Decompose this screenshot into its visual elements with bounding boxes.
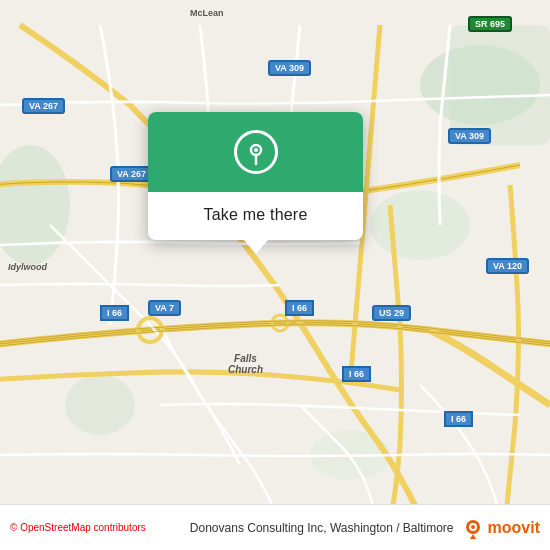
place-label-mclean: McLean bbox=[190, 8, 224, 18]
shield-i66-center: I 66 bbox=[285, 300, 314, 316]
moovit-pin-icon bbox=[462, 517, 484, 539]
svg-point-3 bbox=[370, 190, 470, 260]
shield-va7: VA 7 bbox=[148, 300, 181, 316]
place-label-falls-church: FallsChurch bbox=[228, 353, 263, 375]
copyright-symbol: © bbox=[10, 522, 17, 533]
take-me-there-button[interactable]: Take me there bbox=[204, 202, 308, 228]
company-name: Donovans Consulting Inc, Washington / Ba… bbox=[190, 521, 454, 535]
moovit-text: moovit bbox=[488, 519, 540, 537]
moovit-logo: moovit bbox=[462, 517, 540, 539]
shield-va267-left: VA 267 bbox=[22, 98, 65, 114]
shield-us29: US 29 bbox=[372, 305, 411, 321]
osm-text: OpenStreetMap contributors bbox=[20, 522, 146, 533]
popup-button-area: Take me there bbox=[148, 192, 363, 240]
location-pin-icon bbox=[234, 130, 278, 174]
shield-sr695: SR 695 bbox=[468, 16, 512, 32]
shield-va309-right: VA 309 bbox=[448, 128, 491, 144]
shield-i66-right-center: I 66 bbox=[342, 366, 371, 382]
shield-va309-top: VA 309 bbox=[268, 60, 311, 76]
map-container: McLean SR 695 VA 309 VA 267 VA 309 VA 26… bbox=[0, 0, 550, 550]
osm-attribution: © OpenStreetMap contributors bbox=[10, 522, 190, 533]
svg-point-4 bbox=[65, 375, 135, 435]
place-label-idylwood: Idylwood bbox=[8, 262, 47, 272]
svg-rect-6 bbox=[450, 25, 550, 145]
popup-tail bbox=[244, 240, 268, 254]
map-roads bbox=[0, 0, 550, 550]
location-popup: Take me there bbox=[148, 112, 363, 240]
bottom-bar: © OpenStreetMap contributors Donovans Co… bbox=[0, 504, 550, 550]
shield-i66-far-right: I 66 bbox=[444, 411, 473, 427]
svg-point-10 bbox=[254, 148, 258, 152]
shield-i66-left: I 66 bbox=[100, 305, 129, 321]
shield-va267-center: VA 267 bbox=[110, 166, 153, 182]
popup-header bbox=[148, 112, 363, 192]
shield-va120: VA 120 bbox=[486, 258, 529, 274]
svg-point-13 bbox=[471, 525, 475, 529]
